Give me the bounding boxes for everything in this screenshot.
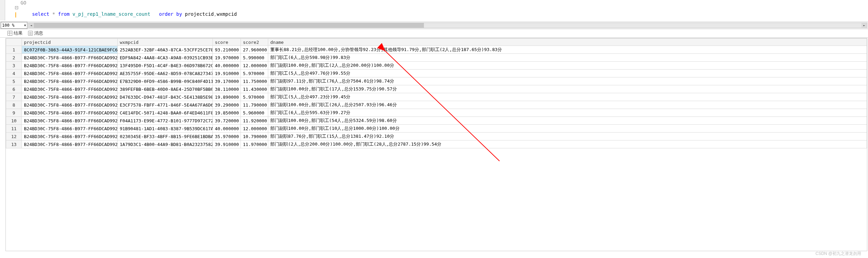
- row-number[interactable]: 4: [6, 70, 22, 77]
- rownum-header[interactable]: [6, 39, 22, 46]
- cell-score[interactable]: 39.170000: [213, 77, 241, 85]
- cell-dname[interactable]: 部门职工(6人,总分598.98分)99.83分: [268, 54, 867, 62]
- cell-wxmpcid[interactable]: E7B329D0-0FD9-4586-B99B-09C840F4D119: [118, 77, 213, 85]
- cell-score[interactable]: 39.910000: [213, 140, 241, 148]
- row-number[interactable]: 7: [6, 93, 22, 101]
- cell-dname[interactable]: 部门副职100.00分,部门职工(26人,总分2507.93分)96.46分: [268, 101, 867, 109]
- cell-dname[interactable]: 部门副职(2人,总分200.00分)100.00分,部门职工(28人,总分278…: [268, 140, 867, 148]
- row-number[interactable]: 8: [6, 101, 22, 109]
- col-score[interactable]: score: [213, 39, 241, 46]
- cell-projectcid[interactable]: B24BD30C-75F8-4866-B977-FF66DCAD992B: [22, 77, 118, 85]
- col-dname[interactable]: dname: [268, 39, 867, 46]
- table-row[interactable]: 9B24BD30C-75F8-4866-B977-FF66DCAD992BC4E…: [6, 109, 867, 117]
- cell-projectcid[interactable]: B24BD30C-75F8-4866-B977-FF66DCAD992B: [22, 70, 118, 77]
- cell-score[interactable]: 19.970000: [213, 54, 241, 62]
- outline-collapse-icon[interactable]: −: [15, 6, 18, 9]
- sql-editor[interactable]: − GO select * from v_pj_rep1_lname_score…: [5, 0, 868, 21]
- row-number[interactable]: 9: [6, 109, 22, 117]
- cell-projectcid[interactable]: B24BD30C-75F8-4866-B977-FF66DCAD992B: [22, 117, 118, 125]
- cell-score2[interactable]: 5.970000: [241, 93, 268, 101]
- cell-wxmpcid[interactable]: 389FEFBB-6BEB-40D0-8AE4-25D70BF5BB04: [118, 85, 213, 93]
- cell-projectcid[interactable]: B24BD30C-75F8-4866-B977-FF66DCAD992B: [22, 101, 118, 109]
- cell-score2[interactable]: 27.960000: [241, 46, 268, 54]
- cell-score2[interactable]: 11.430000: [241, 85, 268, 93]
- col-wxmpcid[interactable]: wxmpcid: [118, 39, 213, 46]
- cell-projectcid[interactable]: B24BD30C-75F8-4866-B977-FF66DCAD992B: [22, 93, 118, 101]
- cell-wxmpcid[interactable]: AE35755F-95DE-4A62-8D59-078CA8273479: [118, 70, 213, 77]
- cell-wxmpcid[interactable]: EDF9A842-4AA8-4CA3-A9A8-039251CB93B7: [118, 54, 213, 62]
- cell-wxmpcid[interactable]: D47633DC-D947-481F-B43C-5E4138B5E981: [118, 93, 213, 101]
- row-number[interactable]: 12: [6, 133, 22, 140]
- cell-score[interactable]: 19.910000: [213, 70, 241, 77]
- editor-hscroll[interactable]: ◄ ►: [28, 23, 867, 28]
- cell-score2[interactable]: 12.000000: [241, 62, 268, 70]
- cell-score2[interactable]: 11.790000: [241, 101, 268, 109]
- cell-projectcid[interactable]: B24BD30C-75F8-4866-B977-FF66DCAD992B: [22, 54, 118, 62]
- cell-wxmpcid[interactable]: 0230345E-BF33-4BFF-8B15-9FE6BE1BDBA7: [118, 133, 213, 140]
- row-number[interactable]: 2: [6, 54, 22, 62]
- cell-score[interactable]: 40.000000: [213, 62, 241, 70]
- scroll-thumb[interactable]: [34, 23, 424, 28]
- table-row[interactable]: 18C072F0B-3863-44A3-91F4-121CBAE9FC6F252…: [6, 46, 867, 54]
- table-row[interactable]: 7B24BD30C-75F8-4866-B977-FF66DCAD992BD47…: [6, 93, 867, 101]
- cell-score[interactable]: 39.290000: [213, 101, 241, 109]
- cell-score[interactable]: 40.000000: [213, 125, 241, 133]
- cell-dname[interactable]: 部门副职100.00分,部门职工(10人,总分1000.00分)100.00分: [268, 125, 867, 133]
- cell-score[interactable]: 39.720000: [213, 117, 241, 125]
- cell-score2[interactable]: 11.920000: [241, 117, 268, 125]
- scroll-left-icon[interactable]: ◄: [28, 23, 34, 28]
- tab-results[interactable]: 结果: [5, 29, 26, 37]
- table-row[interactable]: 2B24BD30C-75F8-4866-B977-FF66DCAD992BEDF…: [6, 54, 867, 62]
- cell-dname[interactable]: 部门职工(5人,总分497.23分)99.45分: [268, 93, 867, 101]
- cell-dname[interactable]: 部门副职100.00分,部门职工(54人,总分5324.59分)98.60分: [268, 117, 867, 125]
- cell-dname[interactable]: 部门副职97.11分,部门职工(76人,总分7504.01分)98.74分: [268, 77, 867, 85]
- results-grid-wrap[interactable]: projectcid wxmpcid score score2 dname 18…: [5, 38, 867, 251]
- cell-wxmpcid[interactable]: 91B90481-1AD1-4083-8387-9B539DC617AC: [118, 125, 213, 133]
- cell-dname[interactable]: 董事长88.21分,总经理100.00分,分协管领导92.23分,其他领导91.…: [268, 46, 867, 54]
- col-projectcid[interactable]: projectcid: [22, 39, 118, 46]
- row-number[interactable]: 10: [6, 117, 22, 125]
- cell-projectcid[interactable]: 8C072F0B-3863-44A3-91F4-121CBAE9FC6F: [22, 46, 118, 54]
- cell-score2[interactable]: 5.990000: [241, 54, 268, 62]
- row-number[interactable]: 5: [6, 77, 22, 85]
- table-row[interactable]: 10B24BD30C-75F8-4866-B977-FF66DCAD992BF0…: [6, 117, 867, 125]
- cell-dname[interactable]: 部门副职100.00分,部门职工(17人,总分1539.75分)90.57分: [268, 85, 867, 93]
- cell-projectcid[interactable]: B24BD30C-75F8-4866-B977-FF66DCAD992B: [22, 85, 118, 93]
- cell-dname[interactable]: 部门职工(6人,总分595.63分)99.27分: [268, 109, 867, 117]
- results-grid[interactable]: projectcid wxmpcid score score2 dname 18…: [6, 38, 867, 148]
- row-number[interactable]: 3: [6, 62, 22, 70]
- table-row[interactable]: 5B24BD30C-75F8-4866-B977-FF66DCAD992BE7B…: [6, 77, 867, 85]
- zoom-select[interactable]: 100 % ▼: [1, 22, 27, 29]
- cell-projectcid[interactable]: B24BD30C-75F8-4866-B977-FF66DCAD992B: [22, 62, 118, 70]
- row-number[interactable]: 6: [6, 85, 22, 93]
- cell-wxmpcid[interactable]: C4E14FDC-5071-4248-BAA0-6F4ED4611F84: [118, 109, 213, 117]
- col-score2[interactable]: score2: [241, 39, 268, 46]
- cell-wxmpcid[interactable]: 13F495D0-F5D1-4C4F-B4E3-06D978B672C6: [118, 62, 213, 70]
- row-number[interactable]: 13: [6, 140, 22, 148]
- cell-score2[interactable]: 11.970000: [241, 140, 268, 148]
- cell-dname[interactable]: 部门副职87.76分,部门职工(15人,总分1381.47分)92.10分: [268, 133, 867, 140]
- cell-score2[interactable]: 10.790000: [241, 133, 268, 140]
- table-row[interactable]: 4B24BD30C-75F8-4866-B977-FF66DCAD992BAE3…: [6, 70, 867, 77]
- table-row[interactable]: 12B24BD30C-75F8-4866-B977-FF66DCAD992B02…: [6, 133, 867, 140]
- row-number[interactable]: 1: [6, 46, 22, 54]
- cell-score[interactable]: 35.970000: [213, 133, 241, 140]
- table-row[interactable]: 13B24BD30C-75F8-4866-B977-FF66DCAD992B1A…: [6, 140, 867, 148]
- table-row[interactable]: 11B24BD30C-75F8-4866-B977-FF66DCAD992B91…: [6, 125, 867, 133]
- cell-projectcid[interactable]: B24BD30C-75F8-4866-B977-FF66DCAD992B: [22, 109, 118, 117]
- cell-wxmpcid[interactable]: F04A1173-E99E-4772-B101-9777D972C728: [118, 117, 213, 125]
- table-row[interactable]: 8B24BD30C-75F8-4866-B977-FF66DCAD992BE3C…: [6, 101, 867, 109]
- cell-score[interactable]: 38.110000: [213, 85, 241, 93]
- cell-wxmpcid[interactable]: 1A79D3C1-4B00-44A9-BD81-B0A23237582B: [118, 140, 213, 148]
- cell-score[interactable]: 19.890000: [213, 93, 241, 101]
- scroll-right-icon[interactable]: ►: [861, 23, 867, 28]
- cell-score[interactable]: 93.210000: [213, 46, 241, 54]
- cell-score2[interactable]: 5.970000: [241, 70, 268, 77]
- cell-projectcid[interactable]: B24BD30C-75F8-4866-B977-FF66DCAD992B: [22, 133, 118, 140]
- cell-projectcid[interactable]: B24BD30C-75F8-4866-B977-FF66DCAD992B: [22, 125, 118, 133]
- cell-score2[interactable]: 12.000000: [241, 125, 268, 133]
- table-row[interactable]: 6B24BD30C-75F8-4866-B977-FF66DCAD992B389…: [6, 85, 867, 93]
- cell-wxmpcid[interactable]: 252AB3EF-32BF-40A3-87CA-53CFF25CE78C: [118, 46, 213, 54]
- cell-wxmpcid[interactable]: E3CF7578-FBFF-4771-846F-5E4A67FA6D67: [118, 101, 213, 109]
- cell-projectcid[interactable]: B24BD30C-75F8-4866-B977-FF66DCAD992B: [22, 140, 118, 148]
